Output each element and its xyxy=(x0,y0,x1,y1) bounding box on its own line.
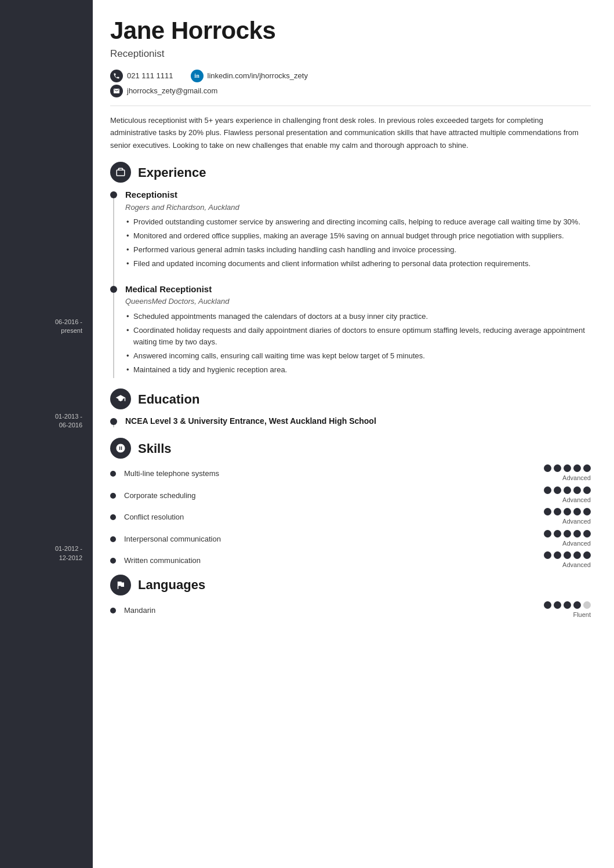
skill-level: Advanced xyxy=(562,560,591,570)
dot-filled xyxy=(554,464,561,472)
skill-dot xyxy=(110,493,116,499)
dot-filled xyxy=(554,530,561,537)
dot-filled xyxy=(583,551,591,559)
dot-filled xyxy=(573,486,581,494)
skill-level: Advanced xyxy=(562,473,591,483)
dot-filled xyxy=(573,508,581,515)
job-bullet: Answered incoming calls, ensuring call w… xyxy=(125,350,591,362)
dot-filled xyxy=(544,508,551,515)
skill-name: Interpersonal communication xyxy=(124,533,544,545)
skills-title: Skills xyxy=(138,439,171,458)
skill-item-3: Interpersonal communicationAdvanced xyxy=(110,530,591,549)
summary-text: Meticulous receptionist with 5+ years ex… xyxy=(110,114,591,151)
job-company: QueensMed Doctors, Auckland xyxy=(125,296,591,307)
dot-filled xyxy=(573,551,581,559)
dot-filled xyxy=(554,486,561,494)
skill-rating: Advanced xyxy=(544,508,591,526)
email-icon xyxy=(110,85,123,97)
job-company: Rogers and Richardson, Auckland xyxy=(125,202,591,213)
linkedin-icon: in xyxy=(191,70,204,82)
dot-filled xyxy=(544,486,551,494)
email-contact: jhorrocks_zety@gmail.com xyxy=(110,85,217,97)
skill-rating: Advanced xyxy=(544,551,591,570)
experience-content: Medical ReceptionistQueensMed Doctors, A… xyxy=(125,283,591,379)
education-items: NCEA Level 3 & University Entrance, West… xyxy=(110,415,591,427)
dot-filled xyxy=(544,464,551,472)
skill-rating: Advanced xyxy=(544,530,591,549)
main-content: Jane Horrocks Receptionist 021 111 1111 … xyxy=(93,0,614,868)
skill-dot xyxy=(110,608,116,613)
dot-filled xyxy=(554,601,561,609)
skill-rating: Advanced xyxy=(544,486,591,505)
job-bullet: Scheduled appointments managed the calen… xyxy=(125,311,591,322)
languages-header: Languages xyxy=(110,575,591,595)
job-title: Receptionist xyxy=(125,188,591,202)
job-bullet: Performed various general admin tasks in… xyxy=(125,244,591,256)
dot-filled xyxy=(583,464,591,472)
skill-dots xyxy=(544,486,591,494)
dot-filled xyxy=(573,530,581,537)
dot-filled xyxy=(554,551,561,559)
skill-item-0: MandarinFluent xyxy=(110,601,591,620)
skill-name: Multi-line telephone systems xyxy=(124,468,544,480)
experience-item-1: Medical ReceptionistQueensMed Doctors, A… xyxy=(110,283,591,379)
job-bullet: Maintained a tidy and hygienic reception… xyxy=(125,364,591,376)
dot-filled xyxy=(564,601,571,609)
job-bullets: Scheduled appointments managed the calen… xyxy=(125,311,591,376)
job-bullet: Coordinated holiday requests and daily a… xyxy=(125,325,591,348)
skill-dots xyxy=(544,464,591,472)
skill-name: Conflict resolution xyxy=(124,511,544,523)
languages-list: MandarinFluent xyxy=(110,601,591,620)
contact-row: 021 111 1111 in linkedin.com/in/jhorrock… xyxy=(110,70,591,82)
education-icon xyxy=(110,388,131,409)
sidebar-date-1: 01-2013 -06-2016 xyxy=(0,412,93,430)
dot-filled xyxy=(564,508,571,515)
sidebar-date-0: 06-2016 -present xyxy=(0,318,93,336)
resume-wrapper: 06-2016 -present01-2013 -06-201601-2012 … xyxy=(0,0,614,868)
dot-filled xyxy=(554,508,561,515)
languages-title: Languages xyxy=(138,575,205,594)
job-bullet: Provided outstanding customer service by… xyxy=(125,216,591,228)
experience-content: ReceptionistRogers and Richardson, Auckl… xyxy=(125,188,591,273)
skill-rating: Fluent xyxy=(544,601,591,620)
dot-filled xyxy=(564,551,571,559)
dot-filled xyxy=(583,508,591,515)
skill-dot xyxy=(110,536,116,542)
linkedin-text: linkedin.com/in/jhorrocks_zety xyxy=(208,70,308,82)
skill-dot xyxy=(110,558,116,564)
skill-dot xyxy=(110,514,116,520)
skill-dots xyxy=(544,530,591,537)
dot-filled xyxy=(564,486,571,494)
dot-filled xyxy=(564,464,571,472)
education-timeline: NCEA Level 3 & University Entrance, West… xyxy=(110,415,591,427)
experience-icon xyxy=(110,162,131,183)
skill-item-0: Multi-line telephone systemsAdvanced xyxy=(110,464,591,483)
skill-rating: Advanced xyxy=(544,464,591,483)
dot-empty xyxy=(583,601,591,609)
experience-header: Experience xyxy=(110,162,591,183)
skill-level: Advanced xyxy=(562,539,591,549)
education-item-0: NCEA Level 3 & University Entrance, West… xyxy=(110,415,591,427)
experience-items: ReceptionistRogers and Richardson, Auckl… xyxy=(110,188,591,378)
experience-timeline: ReceptionistRogers and Richardson, Auckl… xyxy=(110,188,591,378)
skills-icon xyxy=(110,438,131,459)
skill-dots xyxy=(544,551,591,559)
skill-item-1: Corporate schedulingAdvanced xyxy=(110,486,591,505)
skill-dot xyxy=(110,471,116,477)
sidebar-dates: 06-2016 -present01-2013 -06-201601-2012 … xyxy=(0,128,93,868)
timeline-dot xyxy=(110,191,117,198)
job-bullets: Provided outstanding customer service by… xyxy=(125,216,591,270)
contact-row-2: jhorrocks_zety@gmail.com xyxy=(110,85,591,97)
phone-contact: 021 111 1111 xyxy=(110,70,173,82)
linkedin-contact: in linkedin.com/in/jhorrocks_zety xyxy=(191,70,308,82)
dot-filled xyxy=(573,601,581,609)
phone-icon xyxy=(110,70,123,82)
skill-level: Advanced xyxy=(562,517,591,526)
experience-item-0: ReceptionistRogers and Richardson, Auckl… xyxy=(110,188,591,273)
education-title: Education xyxy=(138,390,199,409)
education-entry-title: NCEA Level 3 & University Entrance, West… xyxy=(125,415,591,427)
candidate-title: Receptionist xyxy=(110,46,591,61)
skill-dots xyxy=(544,508,591,515)
email-text: jhorrocks_zety@gmail.com xyxy=(127,85,217,97)
job-title: Medical Receptionist xyxy=(125,283,591,296)
